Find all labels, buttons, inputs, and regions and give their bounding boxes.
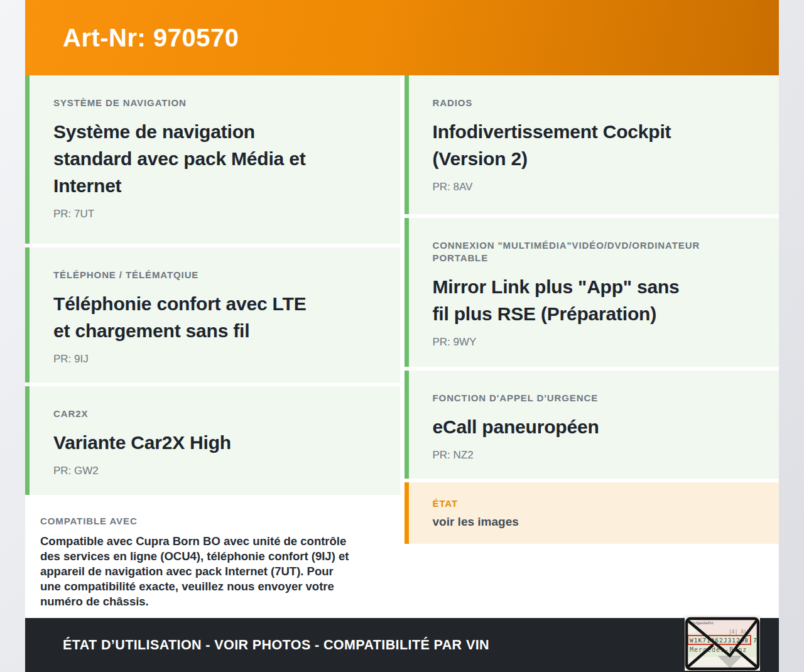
footer-bar: ÉTAT D’UTILISATION - VOIR PHOTOS - COMPA… (25, 618, 779, 672)
feature-card-radios: RADIOS Infodivertissement Cockpit (Versi… (405, 75, 780, 214)
vin-suffix-text: 7 (753, 637, 757, 644)
feature-category: RADIOS (433, 97, 762, 109)
feature-category: SYSTÈME DE NAVIGATION (53, 97, 383, 109)
feature-pr-code: PR: 7UT (53, 208, 383, 220)
feature-grid: SYSTÈME DE NAVIGATION Système de navigat… (25, 75, 779, 618)
right-column: RADIOS Infodivertissement Cockpit (Versi… (405, 75, 780, 618)
feature-title: eCall paneuropéen (433, 413, 762, 440)
feature-pr-code: PR: 9WY (433, 336, 762, 349)
feature-category: CAR2X (53, 408, 383, 420)
condition-label: ÉTAT (433, 497, 762, 510)
feature-title: Infodivertissement Cockpit (Version 2) (433, 118, 762, 172)
compatibility-label: COMPATIBLE AVEC (40, 515, 381, 528)
feature-category: FONCTION D'APPEL D'URGENCE (433, 392, 762, 404)
feature-card-navigation: SYSTÈME DE NAVIGATION Système de navigat… (25, 75, 400, 244)
feature-pr-code: PR: 9IJ (53, 353, 383, 366)
feature-pr-code: PR: GW2 (53, 465, 383, 477)
feature-card-multimedia: CONNEXION "MULTIMÉDIA"VIDÉO/DVD/ORDINATE… (405, 218, 780, 367)
footer-text: ÉTAT D’UTILISATION - VOIR PHOTOS - COMPA… (63, 637, 489, 653)
feature-card-telephone: TÉLÉPHONE / TÉLÉMATQIUE Téléphonie confo… (25, 247, 400, 382)
feature-card-ecall: FONCTION D'APPEL D'URGENCE eCall paneuro… (405, 371, 780, 479)
header-banner: Art-Nr: 970570 (25, 0, 779, 75)
feature-category: TÉLÉPHONE / TÉLÉMATQIUE (53, 269, 383, 281)
feature-pr-code: PR: 8AV (433, 181, 762, 193)
compatibility-card: COMPATIBLE AVEC Compatible avec Cupra Bo… (25, 499, 400, 618)
vin-envelope-image: Fahrgestellnr. |4| AiA W1K71462J31298 7 … (685, 617, 760, 671)
feature-pr-code: PR: NZ2 (433, 449, 762, 462)
condition-value: voir les images (433, 515, 762, 529)
condition-card: ÉTAT voir les images (405, 482, 780, 544)
feature-card-car2x: CAR2X Variante Car2X High PR: GW2 (25, 386, 400, 495)
page-title: Art-Nr: 970570 (63, 24, 239, 52)
vin-envelope-graphic: Fahrgestellnr. |4| AiA W1K71462J31298 7 … (685, 617, 760, 671)
feature-title: Variante Car2X High (53, 429, 383, 456)
feature-category: CONNEXION "MULTIMÉDIA"VIDÉO/DVD/ORDINATE… (433, 239, 762, 264)
left-column: SYSTÈME DE NAVIGATION Système de navigat… (25, 75, 400, 618)
feature-title: Mirror Link plus "App" sans fil plus RSE… (433, 273, 762, 327)
listing-page: Art-Nr: 970570 SYSTÈME DE NAVIGATION Sys… (25, 0, 779, 672)
feature-title: Téléphonie confort avec LTE et chargemen… (53, 290, 383, 344)
compatibility-text: Compatible avec Cupra Born BO avec unité… (40, 534, 381, 609)
feature-title: Système de navigation standard avec pack… (53, 118, 383, 199)
